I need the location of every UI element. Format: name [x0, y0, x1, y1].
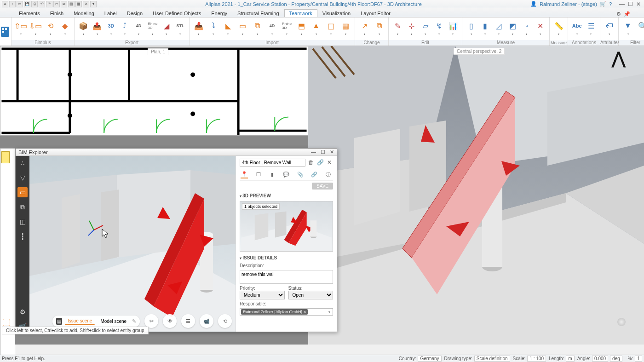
- import-obj-button[interactable]: ▲▾: [310, 20, 322, 39]
- qat-copy-icon[interactable]: ⧉: [61, 1, 67, 7]
- import-rhino-button[interactable]: Rhino3D▾: [280, 20, 293, 39]
- issue-delete-icon[interactable]: 🗑: [307, 159, 315, 167]
- issue-tab-info-icon[interactable]: ⓘ: [325, 170, 332, 178]
- bim-edit-scene-icon[interactable]: ✎: [132, 318, 136, 324]
- settings-gear-icon[interactable]: ⚙: [616, 11, 621, 17]
- issue-name-input[interactable]: [240, 159, 305, 167]
- import-4d-button[interactable]: 4D▾: [266, 20, 279, 39]
- tab-finish[interactable]: Finish: [45, 9, 69, 17]
- length-value[interactable]: m: [566, 356, 574, 362]
- issue-close-icon[interactable]: ✕: [326, 159, 333, 167]
- export-stl-button[interactable]: STL▾: [174, 20, 186, 39]
- bim-visibility-icon[interactable]: 👁: [163, 314, 177, 328]
- close-button[interactable]: ✕: [635, 1, 642, 7]
- angle-value[interactable]: 0.000: [592, 356, 608, 362]
- import-skp-button[interactable]: ◣▾: [222, 20, 235, 39]
- qat-save-icon[interactable]: 💾: [24, 1, 30, 7]
- bim-tool-navigate-icon[interactable]: ⛬: [17, 158, 28, 168]
- bim-tool-tree-icon[interactable]: ┇: [17, 231, 28, 241]
- import-landxml-button[interactable]: ▦▾: [339, 20, 352, 39]
- qat-undo-icon[interactable]: ↶: [39, 1, 45, 7]
- cart-icon[interactable]: 🛒: [600, 1, 606, 7]
- pin-icon[interactable]: 📌: [624, 11, 630, 17]
- selection-settings-icon[interactable]: [3, 319, 10, 326]
- drawing-tag-icon[interactable]: [1, 151, 10, 163]
- tab-layout-editor[interactable]: Layout Editor: [356, 9, 396, 17]
- import-pts-button[interactable]: ◫▾: [324, 20, 337, 39]
- measure-area-button[interactable]: ▮▾: [479, 20, 491, 39]
- tab-elements[interactable]: Elements: [14, 9, 45, 17]
- bimplus-download-button[interactable]: ⇩▭▾: [29, 20, 42, 39]
- import-xref-button[interactable]: ⧉▾: [251, 20, 264, 39]
- tab-user-defined-objects[interactable]: User-Defined Objects: [148, 9, 206, 17]
- tab-label[interactable]: Label: [99, 9, 122, 17]
- bimplus-sync-button[interactable]: ⟲▾: [44, 20, 57, 39]
- measure-volume-button[interactable]: ◩▾: [507, 20, 519, 39]
- tab-modeling[interactable]: Modeling: [69, 9, 99, 17]
- country-value[interactable]: Germany: [418, 356, 441, 362]
- bim-minimize-button[interactable]: —: [311, 149, 316, 155]
- user-name[interactable]: Raimund Zellner - (stage): [540, 1, 597, 7]
- edit-points-button[interactable]: ⊹▾: [405, 20, 417, 39]
- app-icon[interactable]: A: [2, 1, 8, 7]
- issue-3d-preview[interactable]: 1 objects selected: [240, 201, 333, 252]
- edit-graph-button[interactable]: ↯▾: [433, 20, 445, 39]
- bim-cut-icon[interactable]: ✂: [144, 314, 158, 328]
- issue-tab-pin-icon[interactable]: 📍: [241, 170, 248, 178]
- qat-cut-icon[interactable]: ✂: [53, 1, 60, 7]
- bimplus-issue-button[interactable]: ◆▾: [58, 20, 71, 39]
- import-pdf-button[interactable]: ▭▾: [236, 20, 249, 39]
- responsible-select[interactable]: Raimund Zellner [Allplan GmbH]× ▾: [240, 308, 333, 316]
- bim-tool-filter-icon[interactable]: ▽: [17, 172, 28, 183]
- ruler-button[interactable]: 📏▾: [552, 20, 565, 39]
- change-move-button[interactable]: ↗▾: [358, 20, 371, 39]
- scale-value[interactable]: 1 : 100: [527, 356, 546, 362]
- section-3d-preview[interactable]: 3D PREVIEW: [240, 191, 333, 199]
- import-ifc-button[interactable]: 📥▾: [192, 20, 205, 39]
- bim-explorer-titlebar[interactable]: BIM Explorer — ☐ ✕: [16, 149, 337, 156]
- issue-tab-comment-icon[interactable]: 💬: [282, 170, 290, 178]
- tab-energy[interactable]: Energy: [206, 9, 232, 17]
- measure-delete-button[interactable]: ✕▾: [535, 20, 546, 39]
- edit-stretch-button[interactable]: ▱▾: [419, 20, 431, 39]
- change-copy-button[interactable]: ⧉▾: [373, 20, 385, 39]
- viewport-3d-perspective[interactable]: Central perspective, 2 ⋀: [308, 46, 644, 345]
- annotation-text-button[interactable]: Abc▾: [571, 20, 583, 39]
- export-skp-button[interactable]: ◢▾: [161, 20, 172, 39]
- issue-tab-cube-icon[interactable]: ❒: [254, 170, 262, 178]
- qat-print-icon[interactable]: ⎙: [31, 1, 38, 7]
- help-icon[interactable]: ?: [609, 1, 612, 7]
- bim-refresh-icon[interactable]: ⟲: [218, 314, 232, 328]
- measure-angle-button[interactable]: ◿▾: [493, 20, 505, 39]
- status-select[interactable]: Open: [288, 291, 334, 299]
- qat-paste-icon[interactable]: ▤: [68, 1, 75, 7]
- bimplus-upload-button[interactable]: ⇧▭▾: [14, 20, 27, 39]
- import-cpixml-button[interactable]: ⬒▾: [295, 20, 308, 39]
- export-4d-button[interactable]: 4D▾: [133, 20, 145, 39]
- measure-distance-button[interactable]: ▯▾: [465, 20, 477, 39]
- bim-tool-clip-icon[interactable]: ⧉: [17, 202, 28, 212]
- qat-new-icon[interactable]: ▫: [9, 1, 16, 7]
- bim-tool-issues-icon[interactable]: ▭: [17, 187, 28, 197]
- responsible-chip-remove-icon[interactable]: ×: [304, 310, 306, 314]
- attributes-button[interactable]: 🏷▾: [603, 20, 615, 39]
- qat-tools-icon[interactable]: ✕: [83, 1, 89, 7]
- ribbon-home-button[interactable]: [0, 17, 12, 46]
- bim-tab-model-scene[interactable]: Model scene: [98, 318, 129, 325]
- bim-3d-viewport[interactable]: ▤ Issue scene Model scene ✎ ✂ 👁 ☰ 📹 ⟲: [29, 156, 236, 332]
- issue-tab-highlight-icon[interactable]: ▮: [269, 170, 276, 178]
- bim-tab-issue-scene[interactable]: Issue scene: [65, 317, 95, 325]
- filter-button[interactable]: ▼▾: [621, 20, 634, 39]
- bim-tool-settings-icon[interactable]: ⚙: [17, 307, 28, 317]
- issue-save-button[interactable]: SAVE: [312, 183, 333, 190]
- tab-structural-framing[interactable]: Structural Framing: [232, 9, 284, 17]
- import-dwg-button[interactable]: ⤵▾: [207, 20, 220, 39]
- qat-redo-icon[interactable]: ↷: [46, 1, 52, 7]
- bim-tool-section-icon[interactable]: ◫: [17, 217, 28, 227]
- bim-close-button[interactable]: ✕: [330, 149, 334, 155]
- bim-notes-icon[interactable]: ▤: [56, 318, 62, 325]
- export-ifc-button[interactable]: 📦▾: [77, 20, 89, 39]
- viewport-plan[interactable]: Plan, 1: [0, 46, 308, 136]
- search-button[interactable]: 🔍: [636, 20, 644, 39]
- tab-design[interactable]: Design: [122, 9, 148, 17]
